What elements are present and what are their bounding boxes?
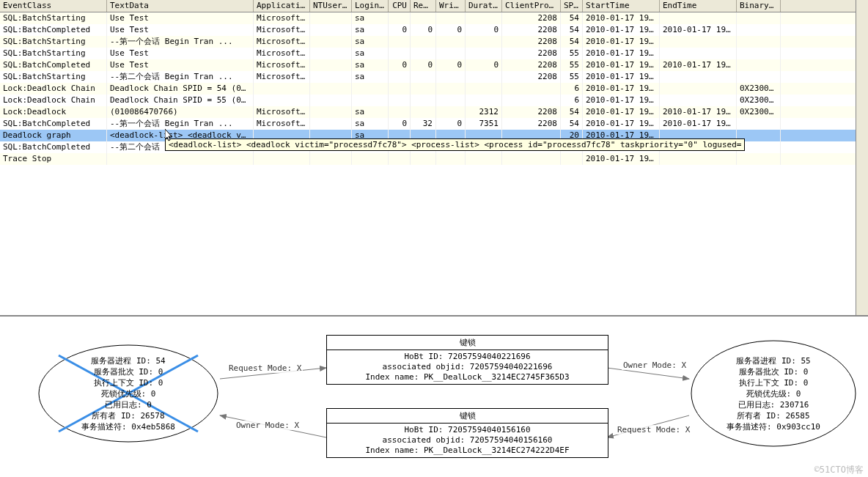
cell	[389, 83, 411, 95]
cell	[411, 95, 436, 106]
lock-node-bottom-title: 键锁	[327, 409, 608, 424]
cell: 2208	[502, 59, 561, 71]
cell	[436, 12, 466, 24]
column-header[interactable]: BinaryData	[737, 0, 781, 12]
cell: sa	[352, 24, 389, 36]
cell: SQL:BatchCompleted	[0, 59, 107, 71]
edge-label-top-left: Request Mode: X	[227, 363, 303, 373]
column-header[interactable]: LoginName	[352, 0, 389, 12]
column-header[interactable]: Writes	[436, 0, 466, 12]
table-row[interactable]: Lock:Deadlock ChainDeadlock Chain SPID =…	[0, 83, 868, 95]
cell: 2010-01-17 19:47:38...	[583, 83, 660, 95]
table-row[interactable]: Trace Stop2010-01-17 19:48:03...	[0, 153, 868, 165]
table-row[interactable]: SQL:BatchCompleted --第一个会话 Begin Tran ..…	[0, 118, 868, 130]
lock-node-top-title: 键锁	[327, 336, 608, 350]
column-header[interactable]: EventClass	[0, 0, 107, 12]
lock-node-bottom[interactable]: 键锁 HoBt ID: 72057594040156160associated …	[326, 408, 608, 458]
cell	[254, 153, 310, 165]
cell: Microsoft SQ...	[254, 59, 310, 71]
column-header[interactable]: EndTime	[660, 0, 737, 12]
cell: 0	[389, 24, 411, 36]
cell: Microsoft SQ...	[254, 48, 310, 59]
cell: 2010-01-17 19:47:30...	[583, 24, 660, 36]
cell	[310, 71, 352, 83]
column-header[interactable]: TextData	[107, 0, 254, 12]
process-node-54-text: 服务器进程 ID: 54服务器批次 ID: 0执行上下文 ID: 0死锁优先级:…	[37, 342, 220, 445]
table-row[interactable]: SQL:BatchStartingUse TestMicrosoft SQ...…	[0, 48, 868, 59]
cell: Use Test	[107, 48, 254, 59]
cell: 0	[411, 24, 436, 36]
grid-header: EventClassTextDataApplicationNameNTUserN…	[0, 0, 868, 12]
lock-node-top[interactable]: 键锁 HoBt ID: 72057594040221696associated …	[326, 335, 608, 385]
cell: Use Test	[107, 12, 254, 24]
table-row[interactable]: Lock:Deadlock(010086470766)Microsoft SQ.…	[0, 106, 868, 118]
cell	[310, 48, 352, 59]
table-row[interactable]: SQL:BatchCompletedUse TestMicrosoft SQ..…	[0, 24, 868, 36]
cell: sa	[352, 48, 389, 59]
cell	[737, 153, 781, 165]
column-header[interactable]: Reads	[411, 0, 436, 12]
cell: 2010-01-17 19:47:30...	[583, 12, 660, 24]
cell	[737, 36, 781, 48]
cell: 32	[411, 118, 436, 130]
cell: Microsoft SQ...	[254, 106, 310, 118]
cell: 2208	[502, 106, 561, 118]
table-row[interactable]: SQL:BatchStarting --第一个会话 Begin Tran ...…	[0, 36, 868, 48]
cell: 0	[411, 59, 436, 71]
cell	[737, 71, 781, 83]
table-row[interactable]: SQL:BatchCompletedUse TestMicrosoft SQ..…	[0, 59, 868, 71]
cell: SQL:BatchCompleted	[0, 118, 107, 130]
cell: 2010-01-17 19:47:38...	[660, 118, 737, 130]
column-header[interactable]: Duration	[466, 0, 502, 12]
scrollbar-stub[interactable]	[856, 0, 868, 315]
cell: 0	[436, 24, 466, 36]
cell	[660, 95, 737, 106]
table-row[interactable]: Lock:Deadlock ChainDeadlock Chain SPID =…	[0, 95, 868, 106]
cell: 0X23000...	[737, 106, 781, 118]
column-header[interactable]: SPID	[561, 0, 583, 12]
cell: (010086470766)	[107, 106, 254, 118]
cell	[389, 95, 411, 106]
cell: Microsoft SQ...	[254, 36, 310, 48]
cell: 55	[561, 59, 583, 71]
cell	[466, 153, 502, 165]
process-node-54[interactable]: 服务器进程 ID: 54服务器批次 ID: 0执行上下文 ID: 0死锁优先级:…	[37, 342, 220, 445]
cell	[389, 48, 411, 59]
cell: --第一个会话 Begin Tran ...	[107, 36, 254, 48]
cell	[310, 118, 352, 130]
watermark: ©51CTO博客	[814, 464, 864, 476]
table-row[interactable]: SQL:BatchStarting--第二个会话 Begin Tran ...M…	[0, 71, 868, 83]
column-header[interactable]: CPU	[389, 0, 411, 12]
cell	[660, 83, 737, 95]
cell	[411, 71, 436, 83]
cell: Use Test	[107, 24, 254, 36]
cell	[310, 95, 352, 106]
deadlock-graph-pane[interactable]: Request Mode: X Owner Mode: X Owner Mode…	[0, 316, 868, 477]
cell: 55	[561, 71, 583, 83]
table-row[interactable]: SQL:BatchStartingUse TestMicrosoft SQ...…	[0, 12, 868, 24]
cell: SQL:BatchStarting	[0, 71, 107, 83]
cell: Use Test	[107, 59, 254, 71]
column-header[interactable]: ClientProcessID	[502, 0, 561, 12]
cell	[310, 36, 352, 48]
cell	[466, 36, 502, 48]
process-node-55[interactable]: 服务器进程 ID: 55服务器批次 ID: 0执行上下文 ID: 0死锁优先级:…	[689, 339, 858, 448]
cell: sa	[352, 36, 389, 48]
cell: 2208	[502, 118, 561, 130]
cell: 0	[466, 24, 502, 36]
cell: 0	[466, 59, 502, 71]
column-header[interactable]: NTUserName	[310, 0, 352, 12]
cell	[466, 12, 502, 24]
cell: SQL:BatchStarting	[0, 48, 107, 59]
cell: Lock:Deadlock Chain	[0, 83, 107, 95]
column-header[interactable]: StartTime	[583, 0, 660, 12]
cell: sa	[352, 12, 389, 24]
cell	[466, 95, 502, 106]
column-header[interactable]: ApplicationName	[254, 0, 310, 12]
cell	[389, 106, 411, 118]
profiler-trace-grid[interactable]: EventClassTextDataApplicationNameNTUserN…	[0, 0, 868, 316]
cell: Lock:Deadlock Chain	[0, 95, 107, 106]
cell: 6	[561, 95, 583, 106]
cell: 0X23000...	[737, 95, 781, 106]
cell	[660, 153, 737, 165]
